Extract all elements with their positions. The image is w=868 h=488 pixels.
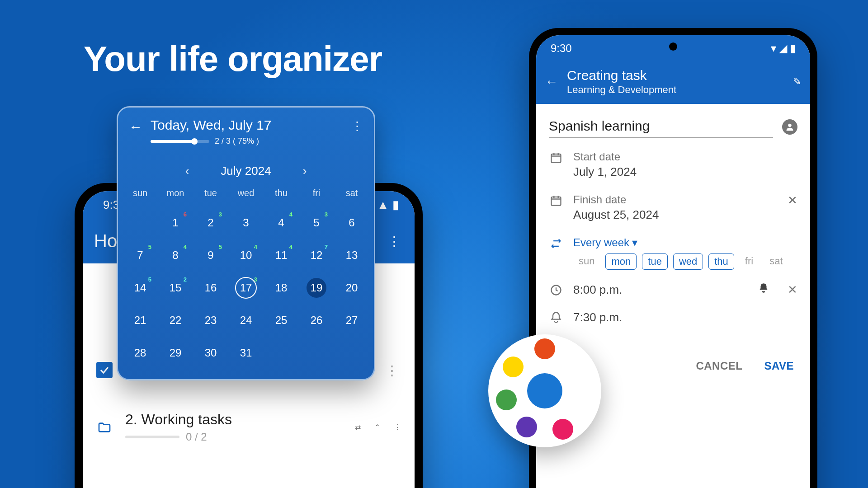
clear-finish-date-icon[interactable]: ✕ [788, 193, 797, 207]
month-label: July 2024 [221, 164, 271, 178]
color-option[interactable] [552, 419, 573, 440]
task-name-input[interactable] [549, 116, 773, 138]
svg-point-0 [788, 123, 791, 127]
calendar-day[interactable]: 28 [123, 337, 158, 369]
alarm-active-icon[interactable] [758, 282, 769, 297]
back-arrow-icon[interactable]: ← [129, 119, 142, 135]
calendar-grid: sunmontuewedthufrisat1623344536758495104… [118, 188, 374, 369]
calendar-day[interactable]: 22 [158, 304, 193, 337]
calendar-day[interactable]: 75 [123, 239, 158, 272]
calendar-day[interactable]: 95 [193, 239, 228, 272]
repeat-icon [549, 236, 563, 251]
calendar-day[interactable]: 23 [193, 304, 228, 337]
calendar-day[interactable]: 145 [123, 272, 158, 304]
calendar-day [334, 337, 369, 369]
start-date-row[interactable]: Start date July 1, 2024 [536, 142, 810, 185]
task-overflow-icon[interactable]: ⋮ [383, 362, 401, 378]
calendar-day[interactable]: 27 [334, 304, 369, 337]
calendar-day[interactable]: 104 [228, 239, 264, 272]
calendar-finish-icon [549, 193, 563, 208]
calendar-day[interactable]: 173 [228, 272, 264, 304]
calendar-day [264, 337, 299, 369]
repeat-day-chip[interactable]: sun [573, 253, 600, 270]
calendar-dow: tue [193, 188, 228, 206]
repeat-icon[interactable]: ⇄ [355, 423, 361, 432]
repeat-day-chip[interactable]: thu [708, 253, 734, 270]
calendar-day[interactable]: 24 [228, 304, 264, 337]
calendar-day[interactable]: 19 [299, 272, 334, 304]
svg-rect-2 [552, 197, 561, 206]
time-row[interactable]: 8:00 p.m. ✕ [536, 276, 810, 304]
calendar-day[interactable]: 6 [334, 206, 369, 239]
chevron-up-icon[interactable]: ⌃ [374, 423, 380, 432]
assign-user-icon[interactable] [782, 119, 797, 135]
screen-subtitle: Learning & Development [567, 84, 784, 96]
repeat-day-chip[interactable]: fri [740, 253, 759, 270]
color-option[interactable] [534, 338, 555, 359]
overflow-menu-icon[interactable]: ⋮ [385, 233, 403, 249]
repeat-day-chips: sunmontuewedthufrisat [573, 253, 797, 270]
edit-pencil-icon[interactable]: ✎ [793, 76, 801, 88]
clear-time-icon[interactable]: ✕ [788, 283, 797, 297]
reminder-row[interactable]: 7:30 p.m. [536, 304, 810, 331]
wifi-icon: ▾ [771, 42, 776, 55]
calendar-day[interactable]: 3 [228, 206, 264, 239]
repeat-day-chip[interactable]: sat [764, 253, 788, 270]
calendar-day[interactable]: 13 [334, 239, 369, 272]
calendar-day[interactable]: 21 [123, 304, 158, 337]
color-option[interactable] [496, 389, 517, 410]
calendar-day[interactable]: 30 [193, 337, 228, 369]
time-value: 8:00 p.m. [573, 283, 748, 297]
finish-date-label: Finish date [573, 193, 778, 206]
color-wheel[interactable] [488, 334, 601, 447]
repeat-day-chip[interactable]: wed [673, 253, 703, 270]
color-option[interactable] [503, 357, 524, 377]
clock-icon [549, 283, 563, 297]
calendar-day[interactable]: 16 [193, 272, 228, 304]
calendar-day[interactable]: 127 [299, 239, 334, 272]
repeat-select[interactable]: Every week ▾ [573, 236, 797, 249]
folder-icon [96, 419, 113, 436]
calendar-popup: ← Today, Wed, July 17 2 / 3 ( 75% ) ⋮ ‹ … [117, 106, 375, 380]
calendar-dow: mon [158, 188, 193, 206]
calendar-day[interactable]: 152 [158, 272, 193, 304]
back-arrow-icon[interactable]: ← [545, 75, 558, 89]
color-wheel-center[interactable] [527, 373, 562, 408]
repeat-day-chip[interactable]: mon [605, 253, 637, 270]
calendar-day[interactable]: 16 [158, 206, 193, 239]
repeat-row[interactable]: Every week ▾ sunmontuewedthufrisat [536, 228, 810, 276]
calendar-day[interactable]: 53 [299, 206, 334, 239]
checkbox-checked-icon[interactable] [96, 362, 113, 378]
battery-icon: ▮ [790, 42, 796, 55]
calendar-overflow-icon[interactable]: ⋮ [351, 119, 363, 133]
folder-count: 0 / 2 [186, 431, 207, 443]
calendar-day[interactable]: 26 [299, 304, 334, 337]
calendar-progress-bar [151, 140, 209, 143]
cancel-button[interactable]: CANCEL [696, 360, 742, 372]
calendar-dow: fri [299, 188, 334, 206]
calendar-day[interactable]: 29 [158, 337, 193, 369]
finish-date-row[interactable]: Finish date August 25, 2024 ✕ [536, 185, 810, 228]
calendar-dow: sun [123, 188, 158, 206]
folder-row[interactable]: 2. Working tasks 0 / 2 ⇄ ⌃ ⋮ [83, 400, 415, 455]
calendar-day[interactable]: 31 [228, 337, 264, 369]
status-time-r: 9:30 [551, 42, 572, 55]
calendar-day[interactable]: 44 [264, 206, 299, 239]
save-button[interactable]: SAVE [764, 360, 794, 372]
calendar-day [123, 206, 158, 239]
calendar-day[interactable]: 18 [264, 272, 299, 304]
repeat-day-chip[interactable]: tue [642, 253, 668, 270]
prev-month-icon[interactable]: ‹ [185, 164, 189, 178]
calendar-day[interactable]: 114 [264, 239, 299, 272]
screen-title: Creating task [567, 68, 784, 83]
folder-progress-bar [125, 436, 179, 438]
finish-date-value: August 25, 2024 [573, 208, 778, 222]
calendar-day[interactable]: 84 [158, 239, 193, 272]
color-option[interactable] [516, 417, 537, 437]
next-month-icon[interactable]: › [303, 164, 307, 178]
calendar-day[interactable]: 25 [264, 304, 299, 337]
calendar-day[interactable]: 20 [334, 272, 369, 304]
calendar-day[interactable]: 23 [193, 206, 228, 239]
calendar-dow: sat [334, 188, 369, 206]
folder-overflow-icon[interactable]: ⋮ [394, 423, 401, 432]
